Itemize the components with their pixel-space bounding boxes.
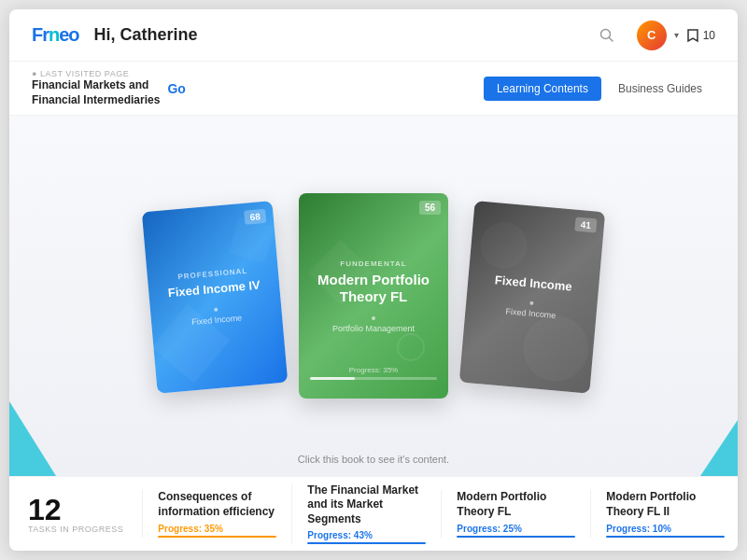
book-badge-right: 41 <box>574 217 597 232</box>
book-progress-center: Progress: 35% <box>310 366 437 380</box>
book-dot-center <box>372 316 375 320</box>
breadcrumb-left: ● LAST VISITED PAGE Financial Markets an… <box>32 69 160 107</box>
task-item-2[interactable]: Modern Portfolio Theory FL Progress: 25% <box>441 490 590 537</box>
task-progress-bar-1 <box>307 542 426 544</box>
task-item-0[interactable]: Consequences of information efficiency P… <box>142 490 291 537</box>
header-right: C ▾ 10 <box>637 21 715 50</box>
book-card-center[interactable]: 56 FUNDEMENTAL Modern Portfolio Theory F… <box>299 193 448 399</box>
bookmark-count: 10 <box>703 29 715 42</box>
task-progress-1: Progress: 43% <box>307 530 426 540</box>
task-title-0: Consequences of information efficiency <box>158 490 276 519</box>
tasks-number: 12 <box>28 495 62 525</box>
task-title-3: Modern Portfolio Theory FL II <box>606 490 725 519</box>
book-decoration <box>397 333 425 361</box>
logo-text: Frneo <box>32 24 79 46</box>
tasks-count-section: 12 TASKS IN PROGRESS <box>28 495 123 534</box>
book-badge-left: 68 <box>244 208 266 224</box>
task-title-1: The Financial Market and its Market Segm… <box>307 483 426 527</box>
task-progress-bar-3 <box>606 536 725 538</box>
tab-business-guides[interactable]: Business Guides <box>605 77 715 101</box>
go-button[interactable]: Go <box>167 81 185 96</box>
search-button[interactable] <box>592 21 622 50</box>
book-progress-fill-center <box>310 377 355 380</box>
search-icon <box>599 28 614 43</box>
tab-buttons: Learning Contents Business Guides <box>484 77 715 101</box>
book-dot-left <box>214 307 218 311</box>
book-card-left[interactable]: 68 PROFESSIONAL Fixed Income IV Fixed In… <box>142 201 288 393</box>
corner-decoration-right <box>700 420 738 476</box>
book-subtitle-center: Portfolio Management <box>332 324 415 333</box>
bookmark-badge[interactable]: 10 <box>686 28 715 43</box>
svg-line-1 <box>609 37 613 41</box>
books-area: 68 PROFESSIONAL Fixed Income IV Fixed In… <box>9 116 738 476</box>
main-content: 68 PROFESSIONAL Fixed Income IV Fixed In… <box>9 116 738 551</box>
corner-decoration-left <box>9 401 56 476</box>
book-progress-label-center: Progress: 35% <box>310 366 437 374</box>
chevron-down-icon: ▾ <box>674 30 679 40</box>
breadcrumb-bar: ● LAST VISITED PAGE Financial Markets an… <box>9 62 738 116</box>
tasks-bar: 12 TASKS IN PROGRESS Consequences of inf… <box>9 476 738 551</box>
book-dot-right <box>529 301 533 305</box>
bookmark-icon <box>686 28 699 43</box>
task-progress-0: Progress: 35% <box>158 524 276 534</box>
breadcrumb-title: Financial Markets andFinancial Intermedi… <box>32 78 160 107</box>
task-progress-bar-2 <box>457 536 575 538</box>
task-item-1[interactable]: The Financial Market and its Market Segm… <box>291 483 441 545</box>
task-progress-bar-0 <box>158 536 276 538</box>
tasks-label: TASKS IN PROGRESS <box>28 525 123 534</box>
greeting: Hi, Catherine <box>94 25 592 45</box>
books-container: 68 PROFESSIONAL Fixed Income IV Fixed In… <box>159 193 588 399</box>
task-progress-2: Progress: 25% <box>457 524 575 534</box>
tab-learning-contents[interactable]: Learning Contents <box>484 77 601 101</box>
avatar[interactable]: C <box>637 21 667 50</box>
app-window: Frneo Hi, Catherine C ▾ 10 ● LAST VISIT <box>9 9 738 551</box>
book-category-left: PROFESSIONAL <box>177 267 248 282</box>
task-progress-3: Progress: 10% <box>606 524 725 534</box>
last-visited-label: ● LAST VISITED PAGE <box>32 69 160 78</box>
click-hint: Click this book to see it's content. <box>298 454 449 465</box>
logo[interactable]: Frneo <box>32 24 79 46</box>
header: Frneo Hi, Catherine C ▾ 10 <box>9 9 738 62</box>
task-item-3[interactable]: Modern Portfolio Theory FL II Progress: … <box>590 490 738 537</box>
book-card-right[interactable]: 41 Fixed Income Fixed Income <box>459 201 605 393</box>
book-title-right: Fixed Income <box>494 273 572 294</box>
task-title-2: Modern Portfolio Theory FL <box>457 490 575 519</box>
book-badge-center: 56 <box>419 201 441 215</box>
breadcrumb-row: ● LAST VISITED PAGE Financial Markets an… <box>32 69 186 107</box>
book-progress-track-center <box>310 377 437 380</box>
